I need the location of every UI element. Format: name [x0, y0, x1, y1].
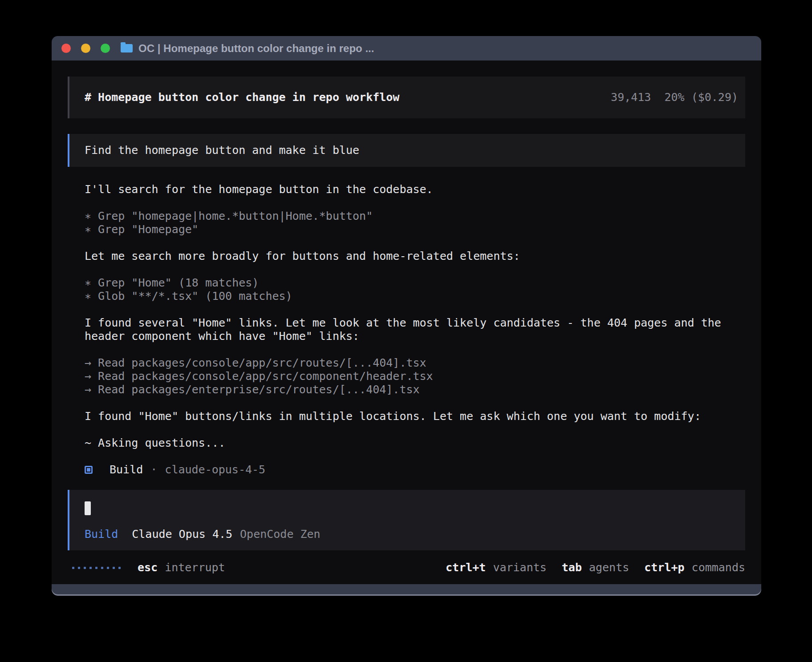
terminal-content: # Homepage button color change in repo w… [52, 61, 761, 584]
shortcut-key: ctrl+p [644, 561, 684, 574]
assistant-block: I found "Home" buttons/links in multiple… [68, 410, 745, 423]
message-line: I found several "Home" links. Let me loo… [85, 316, 745, 330]
assistant-block: ∗ Grep "homepage|home.*button|Home.*butt… [68, 210, 745, 236]
folder-icon [121, 44, 133, 52]
status-bar: esc interrupt ctrl+tvariantstabagentsctr… [68, 561, 745, 574]
spinner-dot [101, 567, 103, 569]
conversation-log: I'll search for the homepage button in t… [68, 183, 745, 476]
agent-status-row: Build·claude-opus-4-5 [68, 463, 745, 476]
assistant-block: I found several "Home" links. Let me loo… [68, 316, 745, 343]
message-line: ~ Asking questions... [85, 436, 745, 450]
assistant-block: → Read packages/console/app/src/routes/[… [68, 356, 745, 396]
model-name: Claude Opus 4.5 [132, 528, 232, 541]
minimize-button[interactable] [81, 44, 90, 53]
terminal-window: OC | Homepage button color change in rep… [52, 36, 761, 596]
prompt-input[interactable]: BuildClaude Opus 4.5OpenCode Zen [68, 490, 745, 550]
maximize-button[interactable] [101, 44, 110, 53]
spinner-dot [72, 567, 74, 569]
close-button[interactable] [61, 44, 71, 53]
message-line: ∗ Glob "**/*.tsx" (100 matches) [85, 290, 745, 303]
spinner-dot [107, 567, 109, 569]
message-line: ∗ Grep "homepage|home.*button|Home.*butt… [85, 210, 745, 223]
window-bottom-edge [52, 584, 761, 596]
shortcut-label: variants [493, 561, 546, 574]
shortcut-hint: ctrl+pcommands [644, 561, 745, 574]
shortcut-key: tab [562, 561, 582, 574]
token-count: 39,413 [611, 91, 651, 104]
spinner-dot [78, 567, 80, 569]
message-line: → Read packages/console/app/src/routes/[… [85, 356, 745, 370]
session-header: # Homepage button color change in repo w… [68, 77, 745, 118]
message-line: → Read packages/console/app/src/componen… [85, 370, 745, 383]
message-line: → Read packages/enterprise/src/routes/[.… [85, 383, 745, 396]
message-line: I found "Home" buttons/links in multiple… [85, 410, 745, 423]
agent-name: Build [110, 463, 143, 476]
window-titlebar[interactable]: OC | Homepage button color change in rep… [52, 36, 761, 61]
esc-key-label: interrupt [165, 561, 225, 574]
shortcut-key: ctrl+t [446, 561, 486, 574]
spinner-dot [95, 567, 97, 569]
separator-dot: · [150, 463, 157, 476]
provider-name: OpenCode Zen [240, 528, 321, 541]
agent-mode-label[interactable]: Build [85, 528, 118, 541]
agent-model-name: claude-opus-4-5 [165, 463, 265, 476]
esc-key-hint: esc [138, 561, 158, 574]
shortcut-hint: ctrl+tvariants [446, 561, 547, 574]
shortcut-hints: ctrl+tvariantstabagentsctrl+pcommands [446, 561, 745, 574]
message-line: ∗ Grep "Home" (18 matches) [85, 276, 745, 290]
spinner-dot [84, 567, 86, 569]
message-line: Let me search more broadly for buttons a… [85, 250, 745, 263]
text-cursor [85, 501, 91, 515]
shortcut-label: commands [692, 561, 745, 574]
status-bar-left: esc interrupt [72, 561, 225, 574]
message-line: ∗ Grep "Homepage" [85, 223, 745, 236]
session-title: # Homepage button color change in repo w… [85, 91, 399, 104]
shortcut-hint: tabagents [562, 561, 629, 574]
context-usage: 20% ($0.29) [664, 91, 738, 104]
assistant-block: Let me search more broadly for buttons a… [68, 250, 745, 263]
spinner-dot [118, 567, 121, 569]
window-title: OC | Homepage button color change in rep… [138, 42, 374, 55]
assistant-block: ∗ Grep "Home" (18 matches)∗ Glob "**/*.t… [68, 276, 745, 303]
session-stats: 39,41320% ($0.29) [611, 91, 738, 104]
spinner-dot [113, 567, 115, 569]
user-message: Find the homepage button and make it blu… [68, 134, 745, 167]
agent-status-icon [85, 466, 93, 474]
assistant-block: ~ Asking questions... [68, 436, 745, 450]
spinner-dot [89, 567, 92, 569]
spinner-dots [72, 567, 121, 569]
prompt-meta: BuildClaude Opus 4.5OpenCode Zen [85, 528, 730, 541]
shortcut-label: agents [589, 561, 629, 574]
assistant-block: I'll search for the homepage button in t… [68, 183, 745, 196]
message-line: I'll search for the homepage button in t… [85, 183, 745, 196]
message-line: header component which have "Home" links… [85, 330, 745, 343]
user-message-text: Find the homepage button and make it blu… [85, 144, 359, 157]
